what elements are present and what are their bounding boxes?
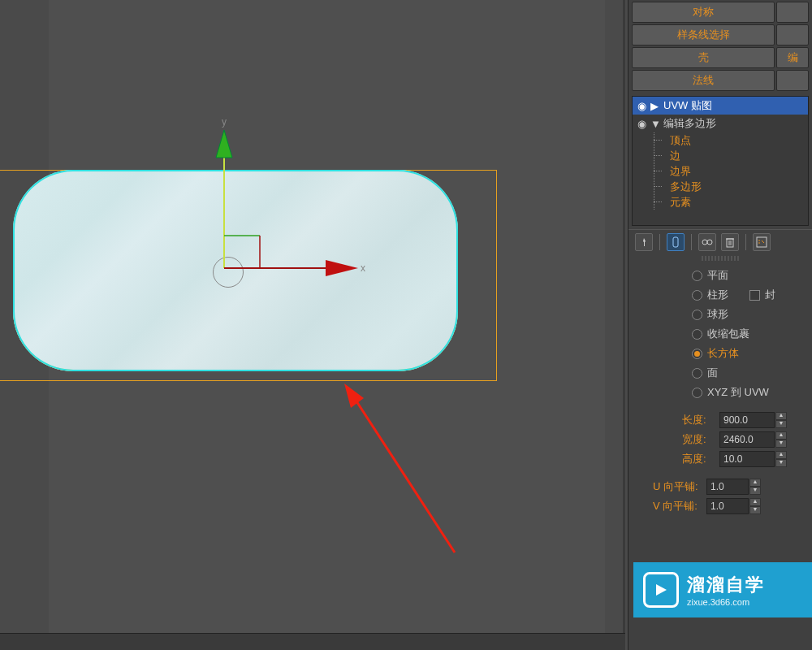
sub-polygon[interactable]: 多边形	[663, 179, 808, 194]
watermark-title: 溜溜自学	[687, 573, 765, 597]
make-unique-icon[interactable]	[698, 233, 716, 251]
mod-btn-r2[interactable]	[776, 24, 809, 46]
radio-box[interactable]: 长方体	[692, 344, 804, 363]
modifier-stack[interactable]: ◉ ▶ UVW 贴图 ◉ ▼ 编辑多边形 顶点 边 边界 多边形 元素	[632, 96, 809, 226]
modifier-label: UVW 贴图	[663, 98, 712, 113]
spin-up-icon: ▲	[775, 451, 787, 459]
mod-btn-shell[interactable]: 壳	[632, 47, 775, 68]
mod-btn-edit[interactable]: 编	[776, 47, 809, 68]
sub-border[interactable]: 边界	[663, 163, 808, 179]
radio-planar[interactable]: 平面	[692, 266, 804, 285]
sub-edge[interactable]: 边	[663, 148, 808, 163]
height-label: 高度:	[682, 452, 715, 466]
svg-rect-13	[727, 239, 733, 247]
panel-grip[interactable]	[702, 256, 739, 261]
expand-icon[interactable]: ▶	[650, 100, 660, 112]
spin-down-icon: ▼	[775, 459, 787, 467]
spin-up-icon: ▲	[775, 412, 787, 420]
sub-element[interactable]: 元素	[663, 194, 808, 210]
radio-face[interactable]: 面	[692, 363, 804, 383]
width-spinner[interactable]: ▲▼	[719, 431, 787, 448]
watermark-url: zixue.3d66.com	[687, 597, 765, 607]
mod-btn-normal[interactable]: 法线	[632, 70, 775, 91]
mod-btn-spline-select[interactable]: 样条线选择	[632, 24, 775, 46]
subobject-tree: 顶点 边 边界 多边形 元素	[633, 132, 808, 210]
radio-cylindrical[interactable]: 柱形封	[692, 285, 804, 305]
visibility-icon[interactable]: ◉	[636, 118, 647, 130]
modifier-uvw-map[interactable]: ◉ ▶ UVW 贴图	[633, 97, 808, 115]
spin-down-icon: ▼	[775, 440, 787, 448]
cap-checkbox[interactable]	[749, 290, 760, 301]
modifier-label: 编辑多边形	[663, 116, 716, 131]
v-tile-label: V 向平铺:	[653, 499, 702, 514]
delete-icon[interactable]	[721, 233, 739, 251]
command-panel: 对称 样条线选择 壳 编 法线 ◉ ▶ UVW 贴图 ◉ ▼ 编辑多边形 顶点 …	[628, 0, 812, 650]
viewport-3d[interactable]: y x	[0, 0, 628, 650]
viewport-bottom-bar	[0, 633, 625, 650]
svg-marker-18	[656, 584, 667, 596]
height-spinner[interactable]: ▲▼	[719, 451, 787, 467]
width-label: 宽度:	[682, 432, 715, 447]
length-spinner[interactable]: ▲▼	[719, 412, 787, 428]
spin-down-icon: ▼	[749, 487, 761, 495]
sub-vertex[interactable]: 顶点	[663, 132, 808, 148]
v-tile-spinner[interactable]: ▲▼	[706, 498, 761, 514]
spin-down-icon: ▼	[775, 420, 787, 428]
spin-up-icon: ▲	[775, 431, 787, 440]
svg-rect-10	[673, 237, 678, 247]
u-tile-spinner[interactable]: ▲▼	[706, 479, 761, 495]
svg-rect-17	[757, 237, 767, 247]
annotation-arrow	[349, 390, 593, 512]
length-label: 长度:	[682, 413, 715, 427]
play-icon	[643, 572, 679, 608]
radio-xyz-uvw[interactable]: XYZ 到 UVW	[692, 383, 804, 402]
visibility-icon[interactable]: ◉	[636, 100, 647, 112]
watermark: 溜溜自学 zixue.3d66.com	[633, 562, 812, 618]
radio-spherical[interactable]: 球形	[692, 305, 804, 324]
pivot-circle	[213, 257, 244, 288]
configure-icon[interactable]	[753, 233, 771, 251]
pin-icon[interactable]	[635, 233, 653, 251]
u-tile-label: U 向平铺:	[653, 479, 702, 494]
stack-toolbar	[628, 229, 812, 254]
mod-btn-r1[interactable]	[776, 2, 809, 23]
show-end-result-icon[interactable]	[667, 233, 685, 251]
mod-btn-symmetry[interactable]: 对称	[632, 2, 775, 23]
mod-btn-r4[interactable]	[776, 70, 809, 91]
modifier-edit-poly[interactable]: ◉ ▼ 编辑多边形	[633, 115, 808, 132]
svg-point-11	[702, 240, 707, 245]
spin-up-icon: ▲	[749, 479, 761, 487]
svg-point-12	[707, 240, 712, 245]
radio-shrinkwrap[interactable]: 收缩包裹	[692, 324, 804, 344]
spin-up-icon: ▲	[749, 498, 761, 506]
collapse-icon[interactable]: ▼	[650, 118, 660, 130]
spin-down-icon: ▼	[749, 506, 761, 514]
